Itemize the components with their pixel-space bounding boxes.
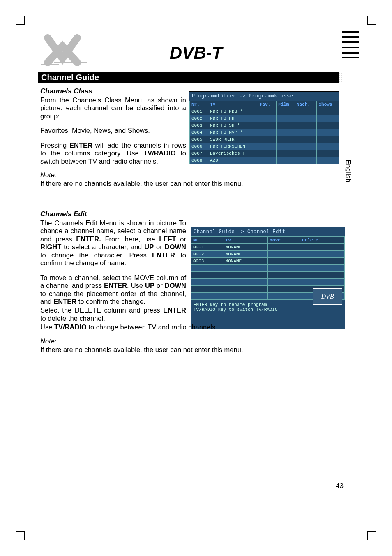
- txt: or: [154, 243, 165, 250]
- crop-mark-tr: [367, 16, 376, 25]
- txt: ENTER: [152, 251, 175, 259]
- cc-p1: From the Channels Class Menu, as shown i…: [40, 96, 186, 120]
- cc-p3: Pressing ENTER will add the channels in …: [40, 141, 186, 165]
- ce-p3: Select the DELETE column and press EN­TE…: [40, 306, 186, 322]
- txt: to select a character, and: [61, 243, 144, 250]
- txt: DOWN: [165, 282, 186, 289]
- cc-p2: Favorites, Movie, News, and Shows.: [40, 127, 186, 134]
- txt: . Use: [127, 282, 145, 289]
- txt: LEFT: [159, 235, 176, 243]
- txt: to delete the channel.: [40, 315, 105, 322]
- language-tab: English: [344, 155, 352, 188]
- txt: EN­TER: [163, 306, 186, 314]
- ce-p4: Use TV/RADIO to change between TV and ra…: [40, 323, 339, 331]
- txt: ENTER.: [76, 235, 101, 243]
- txt: ENTER: [104, 282, 127, 289]
- ce-note: If there are no channels available, the …: [40, 346, 339, 354]
- body-text: Channels Class From the Channels Class M…: [40, 86, 339, 354]
- crop-mark-bl: [16, 531, 25, 540]
- page-title: DVB-T: [0, 43, 392, 63]
- crop-mark-tl: [16, 16, 25, 25]
- txt: Use: [40, 323, 54, 331]
- txt: to change between TV and radio channels.: [87, 323, 217, 331]
- page: DVB-T Channel Guide English Programmführ…: [0, 0, 392, 556]
- page-number: 43: [336, 482, 344, 490]
- txt: ENTER: [69, 141, 92, 149]
- channels-edit-heading: Channels Edit: [40, 210, 339, 218]
- txt: Pressing: [40, 141, 69, 149]
- dot-pattern-icon: [330, 72, 344, 83]
- ce-note-label: Note:: [40, 337, 339, 345]
- txt: DOWN: [165, 243, 186, 250]
- txt: RIGHT: [40, 243, 61, 250]
- txt: ENTER: [53, 298, 76, 305]
- txt: UP: [145, 282, 154, 289]
- txt: Select the DELETE column and press: [40, 306, 163, 314]
- txt: to change the character. Press: [40, 251, 152, 259]
- crop-mark-br: [367, 531, 376, 540]
- cc-note-label: Note:: [40, 171, 339, 179]
- txt: or: [176, 235, 186, 243]
- channels-class-heading: Channels Class: [40, 87, 339, 95]
- section-heading-bar: Channel Guide: [38, 72, 339, 83]
- cc-note: If there are no channels available, the …: [40, 180, 339, 188]
- txt: TV/RADIO: [54, 323, 87, 331]
- txt: TV/RADIO: [143, 149, 176, 157]
- txt: or: [154, 282, 165, 289]
- ce-p1: The Channels Edit Menu is shown in pictu…: [40, 219, 186, 267]
- txt: From here, use: [101, 235, 159, 243]
- txt: UP: [144, 243, 154, 250]
- txt: to confirm the change.: [76, 298, 145, 305]
- section-heading-text: Channel Guide: [41, 73, 99, 82]
- ce-p2: To move a channel, select the MOVE colum…: [40, 274, 186, 306]
